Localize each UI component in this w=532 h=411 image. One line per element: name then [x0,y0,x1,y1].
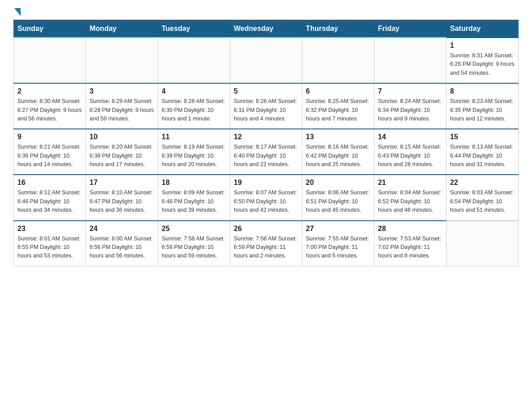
day-info: Sunrise: 8:23 AM Sunset: 6:35 PM Dayligh… [450,97,515,123]
day-number: 3 [90,87,154,95]
day-number: 12 [234,133,298,141]
day-cell [446,221,519,266]
day-info: Sunrise: 7:53 AM Sunset: 7:02 PM Dayligh… [378,235,442,261]
day-info: Sunrise: 8:19 AM Sunset: 6:39 PM Dayligh… [162,143,226,169]
day-info: Sunrise: 7:55 AM Sunset: 7:00 PM Dayligh… [306,235,370,261]
day-cell: 2Sunrise: 8:30 AM Sunset: 6:27 PM Daylig… [14,83,86,129]
week-row-3: 16Sunrise: 8:12 AM Sunset: 6:46 PM Dayli… [14,175,519,220]
day-info: Sunrise: 8:25 AM Sunset: 6:32 PM Dayligh… [306,97,370,123]
col-header-tuesday: Tuesday [158,20,230,38]
day-number: 4 [162,87,226,95]
day-info: Sunrise: 8:26 AM Sunset: 6:31 PM Dayligh… [234,97,298,123]
day-info: Sunrise: 8:30 AM Sunset: 6:27 PM Dayligh… [17,97,82,123]
day-number: 1 [450,42,515,50]
day-cell: 18Sunrise: 8:09 AM Sunset: 6:48 PM Dayli… [158,175,230,220]
day-info: Sunrise: 8:09 AM Sunset: 6:48 PM Dayligh… [162,188,226,214]
day-cell: 17Sunrise: 8:10 AM Sunset: 6:47 PM Dayli… [86,175,158,220]
week-row-0: 1Sunrise: 8:31 AM Sunset: 6:26 PM Daylig… [14,38,519,83]
day-number: 8 [450,87,515,95]
day-cell: 10Sunrise: 8:20 AM Sunset: 6:38 PM Dayli… [86,129,158,175]
day-number: 11 [162,133,226,141]
day-info: Sunrise: 8:29 AM Sunset: 6:28 PM Dayligh… [90,97,154,123]
day-info: Sunrise: 7:58 AM Sunset: 6:58 PM Dayligh… [162,235,226,261]
day-cell: 3Sunrise: 8:29 AM Sunset: 6:28 PM Daylig… [86,83,158,129]
day-cell [158,38,230,83]
day-cell [374,38,446,83]
day-number: 18 [162,179,226,187]
day-cell: 11Sunrise: 8:19 AM Sunset: 6:39 PM Dayli… [158,129,230,175]
day-cell: 20Sunrise: 8:06 AM Sunset: 6:51 PM Dayli… [302,175,374,220]
day-number: 27 [306,225,370,233]
day-info: Sunrise: 8:10 AM Sunset: 6:47 PM Dayligh… [90,188,154,214]
day-number: 21 [378,179,442,187]
day-cell: 4Sunrise: 8:28 AM Sunset: 6:30 PM Daylig… [158,83,230,129]
week-row-4: 23Sunrise: 8:01 AM Sunset: 6:55 PM Dayli… [14,221,519,266]
day-cell: 23Sunrise: 8:01 AM Sunset: 6:55 PM Dayli… [14,221,86,266]
day-cell: 27Sunrise: 7:55 AM Sunset: 7:00 PM Dayli… [302,221,374,266]
day-cell [14,38,86,83]
day-info: Sunrise: 8:13 AM Sunset: 6:44 PM Dayligh… [450,143,515,169]
day-number: 14 [378,133,442,141]
day-cell: 14Sunrise: 8:15 AM Sunset: 6:43 PM Dayli… [374,129,446,175]
col-header-friday: Friday [374,20,446,38]
calendar-header: SundayMondayTuesdayWednesdayThursdayFrid… [14,20,519,38]
day-number: 23 [17,225,82,233]
day-info: Sunrise: 8:01 AM Sunset: 6:55 PM Dayligh… [17,235,82,261]
day-number: 16 [17,179,82,187]
day-cell: 19Sunrise: 8:07 AM Sunset: 6:50 PM Dayli… [230,175,302,220]
day-cell: 28Sunrise: 7:53 AM Sunset: 7:02 PM Dayli… [374,221,446,266]
col-header-monday: Monday [86,20,158,38]
day-info: Sunrise: 7:56 AM Sunset: 6:59 PM Dayligh… [234,235,298,261]
logo-line1 [13,9,21,17]
day-cell: 1Sunrise: 8:31 AM Sunset: 6:26 PM Daylig… [446,38,519,83]
week-row-2: 9Sunrise: 8:21 AM Sunset: 6:36 PM Daylig… [14,129,519,175]
day-info: Sunrise: 8:17 AM Sunset: 6:40 PM Dayligh… [234,143,298,169]
day-number: 10 [90,133,154,141]
day-cell: 15Sunrise: 8:13 AM Sunset: 6:44 PM Dayli… [446,129,519,175]
day-info: Sunrise: 8:28 AM Sunset: 6:30 PM Dayligh… [162,97,226,123]
day-cell: 12Sunrise: 8:17 AM Sunset: 6:40 PM Dayli… [230,129,302,175]
week-row-1: 2Sunrise: 8:30 AM Sunset: 6:27 PM Daylig… [14,83,519,129]
day-info: Sunrise: 8:21 AM Sunset: 6:36 PM Dayligh… [17,143,82,169]
day-info: Sunrise: 8:24 AM Sunset: 6:34 PM Dayligh… [378,97,442,123]
day-info: Sunrise: 8:15 AM Sunset: 6:43 PM Dayligh… [378,143,442,169]
day-cell: 6Sunrise: 8:25 AM Sunset: 6:32 PM Daylig… [302,83,374,129]
day-cell: 25Sunrise: 7:58 AM Sunset: 6:58 PM Dayli… [158,221,230,266]
page-header [13,9,519,15]
day-cell: 22Sunrise: 8:03 AM Sunset: 6:54 PM Dayli… [446,175,519,220]
day-cell: 7Sunrise: 8:24 AM Sunset: 6:34 PM Daylig… [374,83,446,129]
day-info: Sunrise: 8:12 AM Sunset: 6:46 PM Dayligh… [17,188,82,214]
day-number: 24 [90,225,154,233]
day-number: 15 [450,133,515,141]
day-number: 19 [234,179,298,187]
col-header-thursday: Thursday [302,20,374,38]
day-number: 17 [90,179,154,187]
day-info: Sunrise: 8:31 AM Sunset: 6:26 PM Dayligh… [450,51,515,77]
day-cell: 13Sunrise: 8:16 AM Sunset: 6:42 PM Dayli… [302,129,374,175]
col-header-sunday: Sunday [14,20,86,38]
day-cell: 24Sunrise: 8:00 AM Sunset: 6:56 PM Dayli… [86,221,158,266]
day-number: 2 [17,87,82,95]
day-cell [230,38,302,83]
day-cell: 8Sunrise: 8:23 AM Sunset: 6:35 PM Daylig… [446,83,519,129]
col-header-wednesday: Wednesday [230,20,302,38]
day-number: 25 [162,225,226,233]
day-number: 7 [378,87,442,95]
day-number: 26 [234,225,298,233]
day-cell: 16Sunrise: 8:12 AM Sunset: 6:46 PM Dayli… [14,175,86,220]
day-cell: 9Sunrise: 8:21 AM Sunset: 6:36 PM Daylig… [14,129,86,175]
day-info: Sunrise: 8:20 AM Sunset: 6:38 PM Dayligh… [90,143,154,169]
day-number: 20 [306,179,370,187]
calendar-body: 1Sunrise: 8:31 AM Sunset: 6:26 PM Daylig… [14,38,519,266]
day-cell [302,38,374,83]
day-info: Sunrise: 8:04 AM Sunset: 6:52 PM Dayligh… [378,188,442,214]
header-row: SundayMondayTuesdayWednesdayThursdayFrid… [14,20,519,38]
day-info: Sunrise: 8:16 AM Sunset: 6:42 PM Dayligh… [306,143,370,169]
day-number: 22 [450,179,515,187]
day-info: Sunrise: 8:07 AM Sunset: 6:50 PM Dayligh… [234,188,298,214]
day-number: 5 [234,87,298,95]
logo [13,9,21,15]
logo-triangle-icon [14,8,21,16]
col-header-saturday: Saturday [446,20,519,38]
day-info: Sunrise: 8:06 AM Sunset: 6:51 PM Dayligh… [306,188,370,214]
